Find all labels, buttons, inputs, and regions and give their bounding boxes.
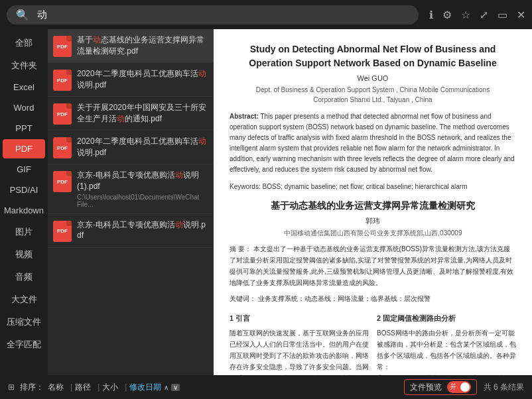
toggle-knob — [460, 382, 470, 392]
preview-col-left: 1 引言 随着互联网的快速发展，基于互联网业务的应用已经深入人人们的日常生活当中… — [230, 312, 369, 375]
list-item[interactable]: PDF 2020年二季度电科员工优惠购车活动说明.pdf — [48, 131, 214, 164]
sort-date-label[interactable]: 修改日期 — [129, 382, 161, 393]
preview-abstract-en: Abstract: This paper presents a method t… — [230, 111, 516, 175]
sidebar-item-excel[interactable]: Excel — [3, 78, 45, 97]
file-type-icon: PDF — [53, 137, 72, 158]
sidebar-item-word[interactable]: Word — [3, 98, 45, 117]
sidebar-item-folder[interactable]: 文件夹 — [3, 55, 45, 76]
list-item[interactable]: PDF 京东-电科员工专项优惠购活动说明.pdf — [48, 214, 214, 248]
close-icon[interactable]: ✕ — [517, 9, 525, 21]
preview-affil-en: Dept. of Business & Operation Support Sy… — [230, 85, 516, 105]
window-icon[interactable]: ▭ — [498, 9, 507, 21]
title-bar: 🔍 动 ℹ ⚙ ☆ ⤢ ▭ ✕ — [0, 0, 532, 29]
search-icon: 🔍 — [16, 9, 29, 21]
sort-desc-button[interactable]: ∨ — [171, 384, 180, 391]
main-area: 全部 文件夹 Excel Word PPT PDF GIF PSD/AI Mar… — [0, 29, 532, 375]
file-type-icon: PDF — [53, 36, 72, 57]
search-input-value[interactable]: 动 — [37, 9, 409, 21]
sidebar-item-audio[interactable]: 音频 — [3, 266, 45, 288]
info-icon[interactable]: ℹ — [429, 9, 433, 21]
sidebar-item-all[interactable]: 全部 — [3, 32, 45, 54]
sidebar-item-bigfile[interactable]: 大文件 — [3, 289, 45, 310]
sidebar: 全部 文件夹 Excel Word PPT PDF GIF PSD/AI Mar… — [0, 29, 48, 375]
preview-authors-cn: 郭玮 — [230, 216, 516, 226]
preview-keywords-cn: 关键词： 业务支撑系统；动态基线；网络流量；临界基线；层次报警 — [230, 294, 516, 304]
sort-grid-icon: ⊞ — [8, 382, 15, 392]
file-type-icon: PDF — [53, 221, 72, 242]
sort-name-label[interactable]: 名称 — [48, 382, 64, 393]
sidebar-item-video[interactable]: 视频 — [3, 244, 45, 265]
search-box[interactable]: 🔍 动 — [7, 5, 419, 25]
preview-keywords-en: Keywords: BOSS; dynamic baseline; net fl… — [230, 182, 516, 192]
star-icon[interactable]: ☆ — [461, 9, 470, 21]
preview-abstract-cn: 摘 要： 本文提出了一种基于动态基线的业务运营支撑系统(BOSS)异常流量检测方… — [230, 243, 516, 288]
list-item[interactable]: PDF 京东-电科员工专项优惠购活动说明(1).pdf C:\Users\loc… — [48, 164, 214, 214]
preview-panel: Study on Detecting Abnormal Net Flow of … — [214, 29, 532, 375]
sidebar-item-ppt[interactable]: PPT — [3, 119, 45, 138]
file-preview-label: 文件预览 — [410, 382, 442, 393]
list-item[interactable]: PDF 基于动态基线的业务运营支撑网异常流量检测研究.pdf — [48, 29, 214, 63]
title-bar-icons: ℹ ⚙ ☆ ⤢ ▭ ✕ — [429, 9, 525, 21]
file-type-icon: PDF — [53, 171, 72, 192]
file-name-text: 2020年二季度电科员工优惠购车活动说明.pdf — [77, 136, 208, 158]
sidebar-item-fullmatch[interactable]: 全字匹配 — [3, 334, 45, 355]
settings-icon[interactable]: ⚙ — [442, 9, 452, 21]
sort-asc-button[interactable]: ∧ — [164, 384, 168, 391]
sidebar-item-gif[interactable]: GIF — [3, 160, 45, 179]
sidebar-item-psdai[interactable]: PSD/AI — [3, 180, 45, 200]
sort-path-label[interactable]: 路径 — [75, 382, 91, 393]
file-name-text: 基于动态基线的业务运营支撑网异常流量检测研究.pdf — [77, 34, 208, 57]
sidebar-item-image[interactable]: 图片 — [3, 221, 45, 243]
preview-toggle-area: 文件预览 开 — [404, 379, 477, 395]
file-name-text: 关于开展2020年中国网安及三十所安全生产月活动的通知.pdf — [77, 102, 208, 125]
share-icon[interactable]: ⤢ — [480, 9, 488, 21]
list-item[interactable]: PDF 关于开展2020年中国网安及三十所安全生产月活动的通知.pdf — [48, 97, 214, 131]
file-list: PDF 基于动态基线的业务运营支撑网异常流量检测研究.pdf PDF 2020年… — [48, 29, 214, 375]
file-name-text: 京东-电科员工专项优惠购活动说明(1).pdf C:\Users\localho… — [77, 170, 208, 208]
preview-col-right: 2 固定阈值检测路由分析 BOSS网络中的路由分析，是分析所有一定可能被感路由，… — [377, 312, 516, 375]
toggle-on-label: 开 — [450, 382, 456, 392]
sidebar-item-archive[interactable]: 压缩文件 — [3, 312, 45, 333]
preview-affil-cn: 中国移动通信集团山西有限公司业务支撑系统部,山西,030009 — [230, 229, 516, 238]
file-type-icon: PDF — [53, 70, 72, 91]
preview-columns: 1 引言 随着互联网的快速发展，基于互联网业务的应用已经深入人人们的日常生活当中… — [230, 312, 516, 375]
preview-title-cn: 基于动态基线的业务运营支撑网异常流量检测研究 — [230, 200, 516, 212]
list-item[interactable]: PDF 2020年二季度电科员工优惠购车活动说明.pdf — [48, 63, 214, 97]
file-preview-toggle[interactable]: 开 — [447, 381, 471, 393]
sidebar-item-markdown[interactable]: Markdown — [3, 201, 45, 220]
sidebar-item-pdf[interactable]: PDF — [3, 139, 45, 158]
bottom-bar: ⊞ 排序： 名称 | 路径 | 大小 | 修改日期 ∧ ∨ 文件预览 开 共 6… — [0, 375, 532, 399]
file-name-text: 京东-电科员工专项优惠购活动说明.pdf — [77, 219, 208, 242]
preview-authors-en: Wei GUO — [230, 74, 516, 82]
file-type-icon: PDF — [53, 103, 72, 125]
sort-label: 排序： — [20, 382, 44, 393]
preview-title-en: Study on Detecting Abnormal Net Flow of … — [230, 42, 516, 70]
result-count: 共 6 条结果 — [484, 382, 524, 393]
file-name-text: 2020年二季度电科员工优惠购车活动说明.pdf — [77, 68, 208, 91]
sort-size-label[interactable]: 大小 — [102, 382, 118, 393]
